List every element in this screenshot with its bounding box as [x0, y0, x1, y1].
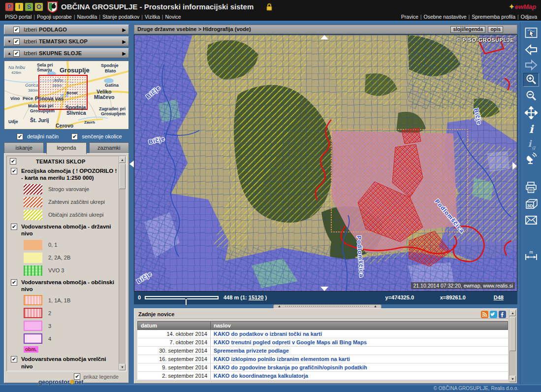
rss-icon[interactable]: [481, 311, 488, 318]
history-back-button[interactable]: [523, 43, 539, 57]
minimap-place-label: Grosupljem: [101, 111, 126, 116]
tab-iskanje[interactable]: iskanje: [4, 142, 44, 153]
geoprostor-logo[interactable]: geoprostor✱net: [38, 379, 83, 386]
tab-zaznamki[interactable]: zaznamki: [89, 142, 129, 153]
legend-group-checkbox[interactable]: ✔: [11, 224, 17, 230]
scale-slider-thumb[interactable]: [185, 298, 187, 306]
sidebar-collapse-arrow[interactable]: [129, 161, 134, 167]
scroll-down-icon[interactable]: ▼: [119, 364, 126, 370]
nav-novice[interactable]: Novice: [165, 14, 181, 20]
nav-pogoji-uporabe[interactable]: Pogoji uporabe: [37, 14, 72, 20]
gps-button[interactable]: [523, 152, 539, 165]
nav-sprememba-profila[interactable]: Sprememba profila: [472, 14, 515, 20]
accordion-izberi-podlago[interactable]: ✔ Izberi PODLAGO ▶: [4, 25, 129, 34]
layer-checkbox[interactable]: ✔: [13, 27, 20, 33]
opis-button[interactable]: opis: [488, 26, 503, 33]
nav-piso-portal[interactable]: PISO portal: [5, 14, 32, 20]
minimap-place-label: Gorica: [25, 83, 38, 88]
minimap-place-label: Pece: [23, 96, 33, 101]
detajlni-nacin-checkbox[interactable]: ✔: [17, 133, 23, 140]
nav-vizitka[interactable]: Vizitka: [145, 14, 160, 20]
nav-navodila[interactable]: Navodila: [77, 14, 97, 20]
legend-group-checkbox[interactable]: ✔: [11, 356, 17, 362]
legend-item-label: 2: [48, 310, 51, 316]
legend-group-checkbox[interactable]: ✔: [11, 279, 17, 286]
print-button[interactable]: [523, 181, 539, 195]
legend-group-title: Vodovarstvena območja vrelčni nivo: [21, 356, 118, 370]
nav-osebne-nastavitve[interactable]: Osebne nastavitve: [424, 14, 467, 20]
page-title: OBČINA GROSUPLJE - Prostorski informacij…: [61, 2, 254, 11]
pan-east-arrow[interactable]: [512, 162, 517, 170]
news-title-link[interactable]: KAKO do podatkov o izbrani točki na kart…: [211, 330, 508, 338]
tab-legenda[interactable]: legenda: [46, 142, 86, 154]
news-scrollbar[interactable]: ▲ ▼: [509, 310, 516, 382]
minimap-place-label: Št. Jurij: [30, 117, 49, 123]
legend-item-label: 4: [48, 336, 51, 342]
legend-scroll-thumb[interactable]: [119, 163, 126, 189]
view-3d-button[interactable]: 3D: [523, 197, 539, 211]
minimap-place-label: Zavrh: [84, 120, 95, 125]
pan-button[interactable]: [523, 106, 539, 120]
scroll-up-icon[interactable]: ▲: [119, 157, 126, 163]
send-mail-button[interactable]: [523, 213, 539, 227]
news-row: 2. september 2014KAKO do koordinatnega k…: [138, 372, 508, 380]
legend-group: ✔Vodovarstvena območja - občinski nivo1,…: [10, 279, 118, 353]
history-forward-button[interactable]: [523, 58, 539, 72]
svg-text:i: i: [529, 123, 535, 135]
legend-item: Strogo varovanje: [24, 184, 118, 195]
piso-logo[interactable]: P I S O: [5, 2, 43, 11]
accordion-label: PODLAGO: [39, 27, 67, 33]
news-scroll-thumb[interactable]: [509, 317, 516, 351]
pan-north-arrow[interactable]: [320, 35, 328, 39]
legend-item-label: 1, 1A, 1B: [48, 297, 70, 303]
news-title-link[interactable]: KAKO do zgodovine brskanja po grafičnih/…: [211, 363, 508, 372]
identify-group-info-button[interactable]: ig: [523, 137, 539, 151]
scale-slider[interactable]: [145, 296, 219, 299]
map-canvas[interactable]: Bičje Bičje Bičje Bičje Podlomščica Podl…: [134, 34, 517, 292]
minimap-place-label: Ponova vas: [35, 96, 64, 101]
facebook-icon[interactable]: [499, 311, 506, 318]
legend-swatch-o01: [24, 240, 42, 250]
sencenje-okolice-checkbox[interactable]: ✔: [71, 133, 78, 140]
nav-odjava[interactable]: Odjava: [521, 14, 537, 20]
layer-checkbox[interactable]: ✔: [13, 50, 20, 57]
pan-south-arrow[interactable]: [320, 287, 328, 291]
news-title-link[interactable]: Sprememba privzete podlage: [211, 347, 508, 355]
zoom-full-extent-button[interactable]: [523, 26, 539, 40]
scale-ratio-link[interactable]: 15120: [249, 294, 264, 300]
zoom-out-button[interactable]: [523, 89, 539, 103]
layer-checkbox[interactable]: ✔: [13, 38, 20, 45]
minimap-place-label: Mala vas pri: [28, 103, 54, 108]
scroll-up-icon[interactable]: ▲: [509, 310, 516, 316]
legend-scrollbar[interactable]: ▲ ▼: [119, 157, 126, 370]
nav-pravice[interactable]: Pravice: [401, 14, 418, 20]
app-header: P I S O OBČINA GROSUPLJE - Prostorski in…: [0, 0, 541, 21]
news-date: 9. september 2014: [138, 363, 211, 372]
identify-info-button[interactable]: i: [523, 122, 539, 136]
news-title-link[interactable]: KAKO do koordinatnega kalkulatorja: [211, 372, 508, 380]
overview-minimap[interactable]: Na hribu426mSela priŠmarjuGrosupljeSpodn…: [4, 61, 129, 130]
datum-d48-link[interactable]: D48: [494, 294, 504, 300]
legend-group-checkbox[interactable]: ✔: [11, 168, 17, 174]
news-title-link[interactable]: KAKO trenutni pogled odpreti v Google Ma…: [211, 338, 508, 347]
coordinate-x: x=89261.0: [440, 294, 466, 300]
legend-item-label: Zahtevni zaščitni ukrepi: [48, 199, 105, 205]
measure-button[interactable]: m: [523, 249, 539, 262]
legend-scroll-area: ✔ TEMATSKI SKLOP ✔Erozijska območja ( ! …: [6, 156, 127, 371]
nav-stanje-podatkov[interactable]: Stanje podatkov: [102, 14, 139, 20]
tematski-sklop-checkbox[interactable]: ✔: [10, 158, 16, 164]
news-title-link[interactable]: KAKO izklopimo polnilo izbranim elemento…: [211, 355, 508, 363]
minimap-place-label: Gatina: [105, 83, 119, 88]
minimap-place-label: Na hribu: [8, 65, 25, 70]
zoom-in-button[interactable]: [523, 73, 539, 87]
news-panel-collapse-handle[interactable]: ▲▲: [273, 304, 382, 308]
scroll-down-icon[interactable]: ▼: [509, 376, 516, 382]
accordion-izberi-tematski-sklop[interactable]: ▼ ✔ Izberi TEMATSKI SKLOP ▶: [4, 36, 129, 46]
footer-copyright: © OBČINA GROSUPLJE, Realis d.o.o.: [434, 386, 518, 391]
sloji-legenda-button[interactable]: sloji/legenda: [450, 26, 485, 33]
news-date: 16. september 2014: [138, 355, 211, 363]
accordion-izberi-skupne-sloje[interactable]: ▲ ✔ Izberi SKUPNE SLOJE ▶: [4, 48, 129, 58]
detajlni-nacin-label: detajlni način: [27, 133, 59, 139]
map-graphics: Bičje Bičje Bičje Bičje Podlomščica Podl…: [134, 35, 517, 291]
twitter-icon[interactable]: [490, 311, 497, 318]
